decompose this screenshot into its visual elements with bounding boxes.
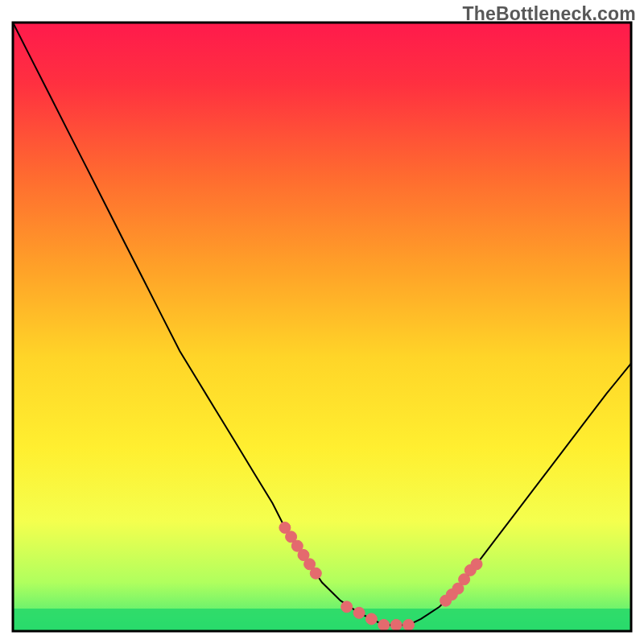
chart-marker [390, 619, 402, 630]
chart-green-band [13, 609, 631, 631]
chart-marker [471, 559, 482, 570]
chart-plot-area [13, 23, 631, 631]
chart-marker [403, 619, 415, 630]
watermark-label: TheBottleneck.com [462, 3, 636, 25]
bottleneck-chart [0, 0, 644, 644]
chart-marker [353, 607, 365, 618]
chart-marker [365, 613, 377, 625]
chart-marker [310, 568, 321, 579]
chart-marker [341, 601, 353, 613]
chart-marker [378, 619, 390, 630]
